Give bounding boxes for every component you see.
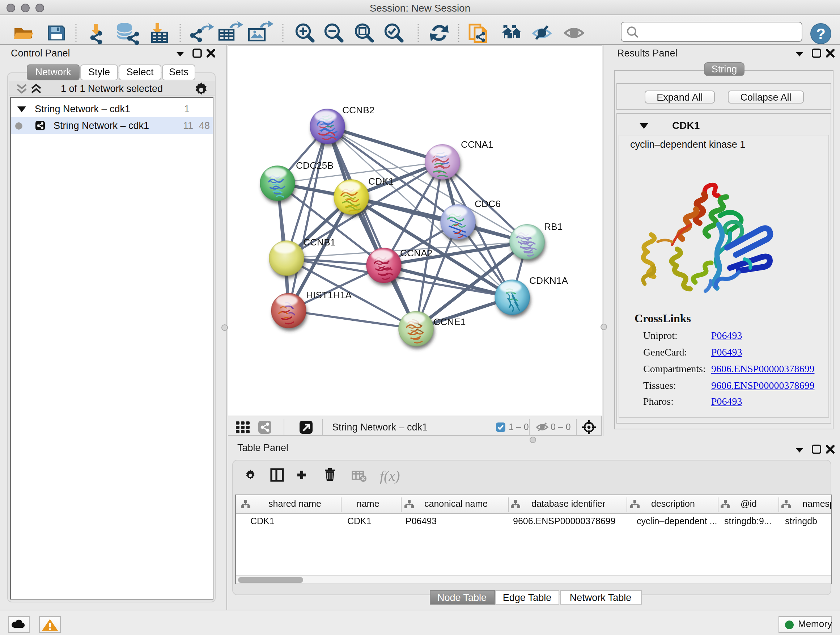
svg-text:HIST1H1A: HIST1H1A: [306, 290, 352, 301]
svg-text:String Network – cdk1: String Network – cdk1: [332, 422, 428, 432]
svg-text:CCNB2: CCNB2: [342, 105, 374, 116]
svg-text:0 – 0: 0 – 0: [551, 422, 571, 432]
svg-text:CDC6: CDC6: [475, 198, 501, 209]
svg-text:CDKN1A: CDKN1A: [529, 275, 568, 286]
svg-text:CDK1: CDK1: [368, 176, 393, 187]
svg-text:RB1: RB1: [544, 221, 562, 232]
svg-text:CCNB1: CCNB1: [303, 237, 335, 248]
svg-text:1 – 0: 1 – 0: [508, 422, 529, 432]
svg-text:CCNA1: CCNA1: [461, 139, 493, 150]
svg-text:CCNA2: CCNA2: [400, 248, 432, 258]
svg-text:CDC25B: CDC25B: [296, 160, 333, 171]
svg-text:f(x): f(x): [380, 468, 400, 484]
svg-text:CCNE1: CCNE1: [433, 317, 466, 327]
